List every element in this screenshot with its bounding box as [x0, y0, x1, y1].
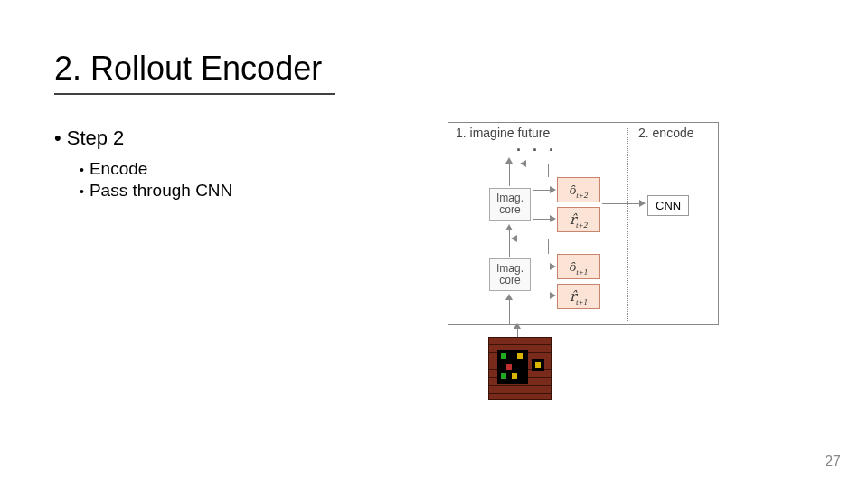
arrow-line: [602, 203, 640, 204]
r-hat-t2-box: r̂t+2: [557, 207, 600, 232]
svg-rect-8: [488, 393, 552, 394]
sub-bullet-cnn-text: Pass through CNN: [90, 181, 232, 201]
bullet-icon: •: [80, 184, 84, 199]
svg-rect-7: [488, 385, 552, 386]
game-sprite-icon: [488, 337, 552, 400]
arrow-up-icon: [505, 157, 513, 164]
arrow-line: [517, 328, 518, 337]
arrow-up-icon: [514, 323, 521, 329]
arrow-line: [509, 299, 510, 324]
arrow-right-icon: [550, 186, 556, 193]
arrow-line: [548, 239, 549, 254]
arrow-right-icon: [550, 263, 556, 270]
arrow-right-icon: [639, 200, 646, 207]
section-encode-label: 2. encode: [638, 126, 694, 140]
cnn-box: CNN: [647, 195, 689, 216]
arrow-line: [509, 230, 510, 257]
arrow-up-icon: [505, 224, 513, 230]
ellipsis: · · ·: [516, 141, 557, 160]
arrow-line: [533, 296, 551, 296]
section-divider: [627, 127, 628, 321]
imag-core-box-top: Imag. core: [489, 188, 531, 221]
svg-rect-13: [501, 373, 506, 379]
arrow-line: [533, 267, 551, 267]
arrow-line: [525, 164, 548, 164]
arrow-left-icon: [520, 160, 526, 167]
bullet-icon: •: [80, 163, 84, 177]
svg-rect-14: [512, 373, 517, 379]
bullet-step2-text: Step 2: [67, 127, 125, 150]
section-imagine-label: 1. imagine future: [456, 126, 550, 140]
arrow-line: [548, 164, 549, 177]
game-screenshot: [488, 337, 552, 400]
svg-rect-15: [535, 362, 541, 368]
svg-rect-2: [488, 344, 552, 345]
svg-rect-12: [517, 353, 523, 359]
arrow-right-icon: [550, 292, 556, 299]
page-number: 27: [825, 454, 841, 470]
sub-bullet-encode: • Encode: [80, 159, 232, 179]
arrow-right-icon: [550, 215, 556, 222]
bullet-step2: • Step 2: [54, 127, 232, 150]
arrow-line: [516, 239, 548, 239]
r-hat-t1-box: r̂t+1: [557, 284, 600, 309]
arrow-line: [509, 163, 510, 186]
arrow-line: [533, 190, 551, 191]
content-area: • Step 2 • Encode • Pass through CNN: [54, 127, 232, 202]
arrow-left-icon: [511, 235, 517, 242]
imag-core-box-bottom: Imag. core: [489, 258, 531, 291]
arrow-up-icon: [505, 294, 513, 300]
slide-title: 2. Rollout Encoder: [54, 50, 335, 95]
sub-bullet-cnn: • Pass through CNN: [80, 181, 232, 201]
o-hat-t2-box: ôt+2: [557, 177, 600, 202]
o-hat-t1-box: ôt+1: [557, 254, 600, 279]
bullet-icon: •: [54, 127, 61, 150]
svg-rect-16: [506, 364, 512, 370]
sub-bullet-encode-text: Encode: [90, 159, 147, 179]
svg-rect-11: [501, 353, 506, 359]
arrow-line: [533, 219, 551, 220]
architecture-diagram: 1. imagine future 2. encode · · · Imag. …: [448, 122, 719, 325]
